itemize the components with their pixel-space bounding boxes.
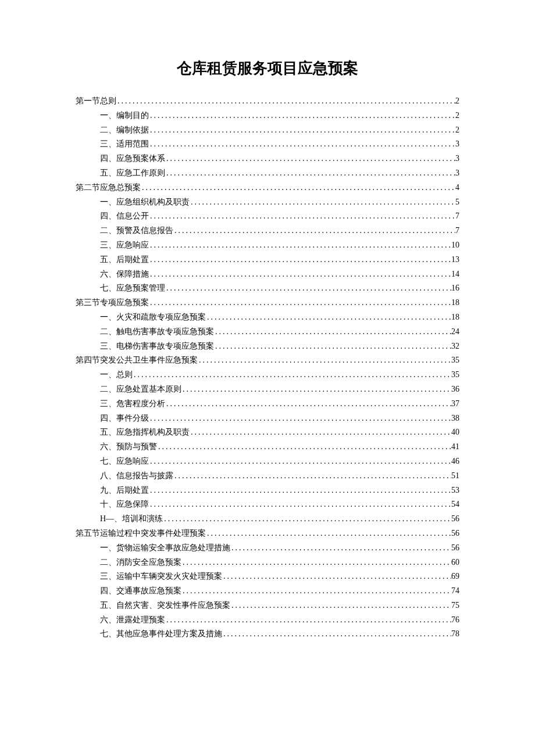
toc-leader-dots xyxy=(173,227,455,235)
toc-leader-dots xyxy=(206,313,451,321)
toc-entry-label: 一、应急组织机构及职责 xyxy=(100,198,190,206)
toc-entry: 七、应急预案管理16 xyxy=(76,284,459,292)
toc-entry: 四、应急预案体系3 xyxy=(76,155,459,163)
toc-leader-dots xyxy=(149,256,451,264)
toc-entry-page: 46 xyxy=(451,457,459,465)
toc-entry-label: 三、运输中车辆突发火灾处理预案 xyxy=(100,572,222,581)
toc-entry-page: 56 xyxy=(451,515,459,523)
toc-entry: 第二节应急总预案4 xyxy=(76,184,459,192)
toc-entry-page: 5 xyxy=(455,198,459,206)
toc-entry-label: 十、应急保障 xyxy=(100,500,149,508)
toc-entry-page: 60 xyxy=(451,558,459,567)
toc-entry: 四、信息公开7 xyxy=(76,212,459,220)
toc-leader-dots xyxy=(149,270,451,278)
toc-leader-dots xyxy=(190,198,455,206)
toc-entry: 三、电梯伤害事故专项应急预案32 xyxy=(76,342,459,350)
toc-entry-page: 4 xyxy=(455,184,459,192)
toc-entry-page: 74 xyxy=(451,587,459,595)
toc-entry: 一、总则35 xyxy=(76,371,459,379)
toc-entry: 二、应急处置基本原则36 xyxy=(76,385,459,393)
toc-entry-page: 7 xyxy=(455,212,459,220)
toc-leader-dots xyxy=(190,428,451,436)
toc-entry-page: 56 xyxy=(451,529,459,538)
toc-entry-label: 五、后期处置 xyxy=(100,256,149,264)
toc-leader-dots xyxy=(165,284,451,292)
toc-entry-label: 八、信息报告与披露 xyxy=(100,472,173,480)
toc-entry-label: 四、信息公开 xyxy=(100,212,149,220)
toc-entry-label: 五、应急工作原则 xyxy=(100,169,165,177)
toc-entry: 四、事件分级38 xyxy=(76,414,459,422)
toc-leader-dots xyxy=(165,400,451,408)
toc-entry-label: 一、火灾和疏散专项应急预案 xyxy=(100,313,206,321)
toc-leader-dots xyxy=(149,112,455,120)
toc-leader-dots xyxy=(173,472,451,480)
table-of-contents: 第一节总则2一、编制目的2二、编制依据2三、适用范围3四、应急预案体系3五、应急… xyxy=(76,97,459,638)
toc-entry-label: 二、编制依据 xyxy=(100,126,149,134)
toc-entry-page: 10 xyxy=(451,241,459,249)
toc-entry-label: 三、电梯伤害事故专项应急预案 xyxy=(100,342,214,350)
toc-entry: 一、应急组织机构及职责5 xyxy=(76,198,459,206)
toc-entry-page: 40 xyxy=(451,428,459,436)
toc-leader-dots xyxy=(149,126,455,134)
toc-leader-dots xyxy=(165,169,455,177)
toc-entry-label: 三、危害程度分析 xyxy=(100,400,165,408)
toc-leader-dots xyxy=(165,616,451,624)
toc-entry: 第三节专项应急预案18 xyxy=(76,299,459,307)
toc-leader-dots xyxy=(222,572,451,581)
toc-entry: 二、编制依据2 xyxy=(76,126,459,134)
toc-entry-label: 一、货物运输安全事故应急处理措施 xyxy=(100,544,230,552)
toc-leader-dots xyxy=(133,371,451,379)
toc-leader-dots xyxy=(149,500,451,508)
toc-entry: 五、应急指挥机构及职责40 xyxy=(76,428,459,436)
toc-entry-page: 35 xyxy=(451,371,459,379)
toc-leader-dots xyxy=(181,558,451,567)
toc-entry-label: 一、编制目的 xyxy=(100,112,149,120)
toc-entry-page: 38 xyxy=(451,414,459,422)
toc-entry-label: 六、泄露处理预案 xyxy=(100,616,165,624)
toc-leader-dots xyxy=(149,241,451,249)
toc-entry: 第四节突发公共卫生事件应急预案35 xyxy=(76,356,459,364)
toc-entry: 九、后期处置53 xyxy=(76,486,459,495)
toc-entry-page: 54 xyxy=(451,500,459,508)
toc-entry: 第五节运输过程中突发事件处理预案56 xyxy=(76,529,459,538)
toc-entry-page: 56 xyxy=(451,544,459,552)
toc-entry-page: 75 xyxy=(451,601,459,610)
toc-leader-dots xyxy=(149,140,455,148)
toc-entry-page: 3 xyxy=(455,155,459,163)
toc-leader-dots xyxy=(163,515,451,523)
toc-entry-page: 35 xyxy=(451,356,459,364)
toc-entry-page: 18 xyxy=(451,313,459,321)
toc-entry: 第一节总则2 xyxy=(76,97,459,105)
toc-leader-dots xyxy=(157,443,451,451)
toc-leader-dots xyxy=(230,544,451,552)
toc-entry-page: 2 xyxy=(455,126,459,134)
toc-entry-label: 二、消防安全应急预案 xyxy=(100,558,181,567)
toc-leader-dots xyxy=(214,342,451,350)
toc-entry: 十、应急保障54 xyxy=(76,500,459,508)
toc-entry: 三、运输中车辆突发火灾处理预案69 xyxy=(76,572,459,581)
toc-entry-label: 六、预防与预警 xyxy=(100,443,157,451)
toc-entry-label: 七、应急预案管理 xyxy=(100,284,165,292)
toc-entry-label: 五、自然灾害、突发性事件应急预案 xyxy=(100,601,230,610)
toc-entry-label: 二、触电伤害事故专项应急预案 xyxy=(100,328,214,336)
toc-entry-page: 78 xyxy=(451,630,459,638)
document-title: 仓库租赁服务项目应急预案 xyxy=(76,58,459,78)
toc-entry-label: 七、其他应急事件处理方案及措施 xyxy=(100,630,222,638)
toc-leader-dots xyxy=(149,299,451,307)
toc-entry: 四、交通事故应急预案74 xyxy=(76,587,459,595)
toc-entry: 五、自然灾害、突发性事件应急预案75 xyxy=(76,601,459,610)
toc-entry: 一、货物运输安全事故应急处理措施56 xyxy=(76,544,459,552)
toc-entry-label: 第二节应急总预案 xyxy=(76,184,141,192)
toc-entry: 五、应急工作原则3 xyxy=(76,169,459,177)
toc-entry-label: 一、总则 xyxy=(100,371,133,379)
toc-entry: 一、编制目的2 xyxy=(76,112,459,120)
toc-entry: H—、培训和演练56 xyxy=(76,515,459,523)
toc-entry-label: 第三节专项应急预案 xyxy=(76,299,149,307)
toc-entry-label: 七、应急响应 xyxy=(100,457,149,465)
toc-entry-label: 四、事件分级 xyxy=(100,414,149,422)
toc-entry-page: 51 xyxy=(451,472,459,480)
toc-entry-page: 2 xyxy=(455,97,459,105)
toc-leader-dots xyxy=(206,529,451,538)
toc-entry: 二、消防安全应急预案60 xyxy=(76,558,459,567)
toc-entry-page: 2 xyxy=(455,112,459,120)
